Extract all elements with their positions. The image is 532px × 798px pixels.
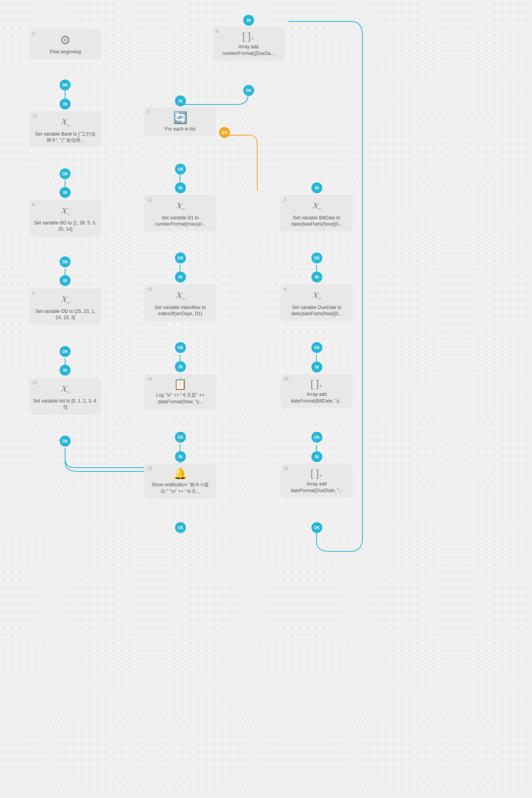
node-6-in[interactable]: IN (243, 15, 254, 26)
node-21-ok[interactable]: OK (311, 522, 322, 533)
node-8[interactable]: 8 𝑥= Set variable BD to [1, 28, 5, 5, 25… (29, 200, 101, 237)
flow-canvas: 2 ⚙ Flow beginning OK IN 12 𝑥= Set varia… (0, 0, 532, 798)
node-15-ok[interactable]: OK (175, 432, 186, 443)
node-9[interactable]: 9 𝑥= Set variable DD to [25, 23, 1, 24, … (29, 288, 101, 325)
node-20-in[interactable]: IN (311, 362, 322, 373)
node-10-icon: 𝑥= (33, 383, 97, 395)
node-3-number: 3 (284, 197, 286, 202)
node-3-in[interactable]: IN (311, 182, 322, 193)
node-5-in[interactable]: IN (175, 95, 186, 106)
node-2-ok[interactable]: OK (60, 79, 71, 90)
node-9-ok[interactable]: OK (60, 346, 71, 357)
node-9-label: Set variable DD to [25, 23, 1, 24, 15, 3… (33, 308, 97, 321)
node-15[interactable]: 15 📋 Log "\n" ++ "今天是" ++ dateFormat(Now… (144, 374, 216, 409)
node-6-icon: [ ]₊ (216, 31, 281, 41)
node-4-ok[interactable]: OK (311, 342, 322, 353)
node-8-ok[interactable]: OK (60, 256, 71, 267)
node-2[interactable]: 2 ⚙ Flow beginning (29, 29, 101, 59)
node-9-in[interactable]: IN (60, 275, 71, 286)
node-11[interactable]: 11 𝑥= Set variable D1 to numberFormat(ma… (144, 195, 216, 231)
node-8-in[interactable]: IN (60, 187, 71, 198)
node-23-icon: 🔔 (148, 468, 212, 479)
node-6-label: Array add numberFormat((DueDa... (216, 44, 281, 57)
node-12-number: 12 (32, 113, 37, 118)
node-3-ok[interactable]: OK (311, 252, 322, 263)
node-13-number: 13 (147, 287, 152, 291)
node-21-in[interactable]: IN (311, 451, 322, 462)
node-20-number: 20 (284, 376, 288, 381)
node-5-icon: 🔄 (148, 112, 212, 124)
node-5-label: For each in list (148, 126, 212, 132)
node-6-ok[interactable]: OK (243, 85, 254, 96)
node-13-ok[interactable]: OK (175, 342, 186, 353)
node-23-number: 23 (147, 466, 152, 471)
node-6-number: 6 (216, 29, 218, 34)
node-10-number: 10 (32, 380, 37, 385)
node-21-number: 21 (284, 466, 288, 471)
node-8-icon: 𝑥= (33, 205, 97, 217)
node-21-icon: [ ]₊ (285, 468, 349, 478)
node-20-ok[interactable]: OK (311, 432, 322, 443)
node-20[interactable]: 20 [ ]₊ Array add dateFormat(BillDate, "… (281, 374, 353, 408)
node-10[interactable]: 10 𝑥= Set variable list to [0, 1, 2, 3, … (29, 378, 101, 415)
node-5-do[interactable]: DO (219, 127, 230, 138)
node-20-icon: [ ]₊ (285, 379, 349, 389)
node-13[interactable]: 13 𝑥= Set variable indexMax to indexOf(a… (144, 284, 216, 321)
node-6[interactable]: 6 [ ]₊ Array add numberFormat((DueDa... (212, 26, 285, 61)
node-12-ok[interactable]: OK (60, 168, 71, 179)
node-10-ok[interactable]: OK (60, 436, 71, 447)
node-4-icon: 𝑥= (285, 289, 349, 302)
node-9-icon: 𝑥= (33, 293, 97, 306)
node-5-number: 5 (147, 109, 150, 114)
node-9-number: 9 (32, 291, 35, 295)
node-21-label: Array add dateFormat(DueDate, "... (285, 481, 349, 494)
node-11-label: Set variable D1 to numberFormat(max(ar..… (148, 215, 212, 228)
node-15-number: 15 (147, 376, 152, 381)
node-5-ok[interactable]: OK (175, 164, 186, 175)
node-2-icon: ⚙ (33, 34, 97, 46)
node-11-in[interactable]: IN (175, 182, 186, 193)
node-23-in[interactable]: IN (175, 451, 186, 462)
node-5[interactable]: 5 🔄 For each in list (144, 107, 216, 136)
node-4[interactable]: 4 𝑥= Set variable DueDate to date(datePa… (281, 284, 353, 321)
node-3-icon: 𝑥= (285, 200, 349, 212)
node-4-label: Set variable DueDate to date(dateParts(N… (285, 304, 349, 318)
node-23-ok[interactable]: OK (175, 522, 186, 533)
node-12-in[interactable]: IN (60, 99, 71, 109)
node-4-number: 4 (284, 287, 286, 291)
node-13-label: Set variable indexMax to indexOf(arrDays… (148, 304, 212, 318)
node-12-label: Set variable Bank to ["工行信用卡", "广发信用... (33, 131, 97, 144)
node-15-icon: 📋 (148, 379, 212, 390)
node-20-label: Array add dateFormat(BillDate, "y... (285, 391, 349, 404)
node-2-number: 2 (32, 32, 35, 36)
node-3[interactable]: 3 𝑥= Set variable BillDate to date(dateP… (281, 195, 353, 231)
node-11-icon: 𝑥= (148, 200, 212, 212)
node-8-label: Set variable BD to [1, 28, 5, 5, 25, 14] (33, 220, 97, 233)
node-12[interactable]: 12 𝑥= Set variable Bank to ["工行信用卡", "广发… (29, 111, 101, 148)
node-10-in[interactable]: IN (60, 365, 71, 376)
node-21[interactable]: 21 [ ]₊ Array add dateFormat(DueDate, ".… (281, 464, 353, 498)
node-2-label: Flow beginning (33, 49, 97, 55)
node-13-icon: 𝑥= (148, 289, 212, 302)
node-15-label: Log "\n" ++ "今天是" ++ dateFormat(Now, "y.… (148, 392, 212, 405)
node-10-label: Set variable list to [0, 1, 2, 3, 4, 5] (33, 398, 97, 411)
node-23[interactable]: 23 🔔 Show notification "刷卡小提示:" "\n" ++ … (144, 464, 216, 499)
node-13-in[interactable]: IN (175, 272, 186, 282)
node-11-number: 11 (147, 197, 152, 202)
node-11-ok[interactable]: OK (175, 252, 186, 263)
node-12-icon: 𝑥= (33, 116, 97, 129)
node-23-label: Show notification "刷卡小提示:" "\n" ++ "今天..… (148, 482, 212, 495)
node-3-label: Set variable BillDate to date(dateParts(… (285, 215, 349, 228)
node-15-in[interactable]: IN (175, 361, 186, 372)
node-4-in[interactable]: IN (311, 272, 322, 282)
node-8-number: 8 (32, 202, 35, 207)
